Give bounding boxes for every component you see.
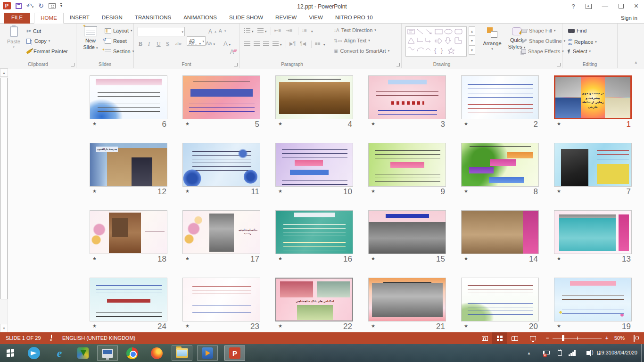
shapes-scroll-down-icon[interactable]: ▼ — [469, 36, 475, 45]
slide-thumbnail[interactable] — [368, 143, 446, 187]
align-right-icon[interactable] — [263, 41, 269, 47]
sign-in-link[interactable]: Sign in — [621, 15, 637, 21]
slide-thumbnail[interactable]: مدرسهٔ دارالفنون — [90, 143, 167, 187]
slide-thumbnail[interactable] — [461, 143, 539, 187]
tab-insert[interactable]: INSERT — [64, 13, 96, 24]
restore-icon[interactable] — [619, 4, 624, 8]
language-label[interactable]: ENGLISH (UNITED KINGDOM) — [62, 335, 135, 341]
italic-button[interactable]: I — [148, 41, 150, 48]
decrease-font-size-button[interactable]: A▼ — [219, 28, 227, 33]
align-text-button[interactable]: ⇅▭Align Text▾ — [334, 38, 370, 43]
slide-thumbnail[interactable] — [275, 210, 353, 254]
align-left-icon[interactable] — [244, 41, 250, 47]
tab-home[interactable]: HOME — [34, 13, 64, 24]
shape-fill-button[interactable]: Shape Fill▾ — [521, 28, 555, 33]
show-desktop-button[interactable] — [641, 344, 644, 362]
scroll-up-icon[interactable]: ▲ — [0, 68, 8, 77]
tab-animations[interactable]: ANIMATIONS — [177, 13, 223, 24]
bold-button[interactable]: B — [139, 41, 142, 48]
font-dialog-launcher-icon[interactable] — [234, 63, 238, 66]
minimize-icon[interactable]: — — [602, 3, 608, 10]
line-spacing-icon[interactable]: ↕≡ — [302, 28, 307, 33]
slide-thumbnail[interactable] — [461, 210, 539, 254]
slide-thumbnail[interactable] — [461, 75, 539, 119]
tab-view[interactable]: VIEW — [303, 13, 329, 24]
shapes-scroll-up-icon[interactable]: ▲ — [469, 26, 475, 36]
slide-thumbnail[interactable] — [182, 143, 260, 187]
slide-thumbnail[interactable] — [182, 278, 260, 321]
right-to-left-icon[interactable]: ¶◀ — [300, 41, 306, 46]
justify-icon[interactable] — [272, 41, 279, 47]
decrease-indent-icon[interactable]: ⇤≡ — [274, 28, 281, 33]
bullets-icon[interactable] — [244, 28, 250, 33]
slide-show-button[interactable] — [525, 332, 540, 344]
slide-thumbnail[interactable] — [461, 278, 539, 321]
slide-thumbnail[interactable]: یکی از مدارس رشدیه — [182, 210, 260, 254]
tab-design[interactable]: DESIGN — [96, 13, 129, 24]
shape-effects-button[interactable]: Shape Effects▾ — [521, 49, 564, 54]
slide-thumbnail[interactable] — [368, 278, 446, 321]
zoom-in-button[interactable]: + — [605, 335, 608, 341]
character-spacing-button[interactable]: AV↔ ▾ — [189, 41, 201, 46]
section-button[interactable]: Section▾ — [105, 49, 134, 54]
increase-indent-icon[interactable]: ⇥≡ — [286, 28, 292, 33]
format-painter-button[interactable]: Format Painter — [26, 49, 68, 54]
underline-button[interactable]: U — [157, 41, 161, 48]
paragraph-dialog-launcher-icon[interactable] — [396, 63, 400, 66]
reset-button[interactable]: Reset — [105, 38, 127, 44]
left-to-right-icon[interactable]: ▶¶ — [289, 41, 296, 46]
taskbar-file-explorer-button[interactable] — [172, 346, 192, 361]
shapes-gallery[interactable]: { } — [405, 26, 467, 57]
clear-formatting-icon[interactable]: A — [230, 49, 234, 55]
vertical-scrollbar[interactable]: ▲ ▼ — [0, 68, 8, 332]
font-color-button[interactable]: A ▾ — [223, 40, 231, 47]
zoom-level-label[interactable]: 50% — [614, 335, 625, 341]
spell-check-icon[interactable] — [51, 335, 52, 341]
zoom-slider-thumb[interactable] — [562, 335, 564, 341]
slide-thumbnail[interactable] — [275, 75, 353, 119]
new-slide-button[interactable]: New Slide ▾ — [79, 26, 102, 51]
copy-button[interactable]: Copy▾ — [26, 38, 50, 44]
volume-icon[interactable] — [586, 344, 589, 362]
drawing-dialog-launcher-icon[interactable] — [557, 63, 561, 66]
slide-thumbnail[interactable] — [368, 75, 446, 119]
slide-sorter-view-button[interactable] — [492, 332, 507, 344]
tab-transitions[interactable]: TRANSITIONS — [129, 13, 177, 24]
tab-nitro-pro[interactable]: NITRO PRO 10 — [329, 13, 379, 24]
help-icon[interactable]: ? — [571, 3, 575, 10]
slide-thumbnail[interactable]: در جست و جوی پیشرفت و رهایی از سلطهٔ خار… — [554, 75, 632, 119]
tab-file[interactable]: FILE — [4, 13, 30, 24]
replace-button[interactable]: abacReplace▾ — [568, 38, 597, 46]
fit-slide-to-window-icon[interactable] — [634, 335, 635, 342]
shapes-more-icon[interactable]: ▼ — [469, 45, 475, 55]
select-button[interactable]: Select▾ — [568, 49, 591, 54]
slide-thumbnail[interactable] — [90, 278, 167, 321]
taskbar-download-manager-button[interactable] — [73, 346, 93, 361]
scroll-down-icon[interactable]: ▼ — [0, 324, 8, 332]
network-signal-icon[interactable] — [569, 344, 576, 362]
slide-thumbnail[interactable] — [275, 143, 353, 187]
slide-thumbnail[interactable] — [554, 278, 632, 321]
increase-font-size-button[interactable]: A▲ — [208, 28, 217, 35]
taskbar-powerpoint-button[interactable]: P — [224, 346, 245, 361]
arrange-button[interactable]: Arrange ▾ — [480, 27, 504, 51]
close-icon[interactable]: × — [634, 2, 638, 10]
text-shadow-button[interactable]: S — [166, 41, 169, 48]
convert-to-smartart-button[interactable]: ▣Convert to SmartArt▾ — [334, 48, 389, 54]
slide-thumbnail[interactable]: اسکناس های بانک شاهنشاهی — [275, 278, 353, 321]
text-direction-button[interactable]: ↕AText Direction▾ — [334, 27, 376, 33]
align-center-icon[interactable] — [254, 41, 260, 47]
font-name-combobox[interactable]: ▾ — [138, 27, 185, 36]
shape-outline-button[interactable]: Shape Outline▾ — [521, 38, 565, 44]
taskbar-media-player-button[interactable] — [197, 346, 218, 361]
clock[interactable]: 19:31 08/04/2020 — [598, 344, 637, 362]
change-case-button[interactable]: Aa ▾ — [206, 41, 215, 46]
zoom-out-button[interactable]: − — [546, 335, 549, 341]
slide-thumbnail[interactable] — [182, 75, 260, 119]
slide-thumbnail[interactable] — [554, 143, 632, 187]
taskbar-onscreen-keyboard-button[interactable] — [97, 346, 118, 361]
layout-button[interactable]: Layout▾ — [105, 28, 132, 33]
reading-view-button[interactable] — [507, 332, 522, 344]
taskbar-internet-explorer-button[interactable]: e — [49, 346, 70, 361]
tab-slide-show[interactable]: SLIDE SHOW — [223, 13, 269, 24]
